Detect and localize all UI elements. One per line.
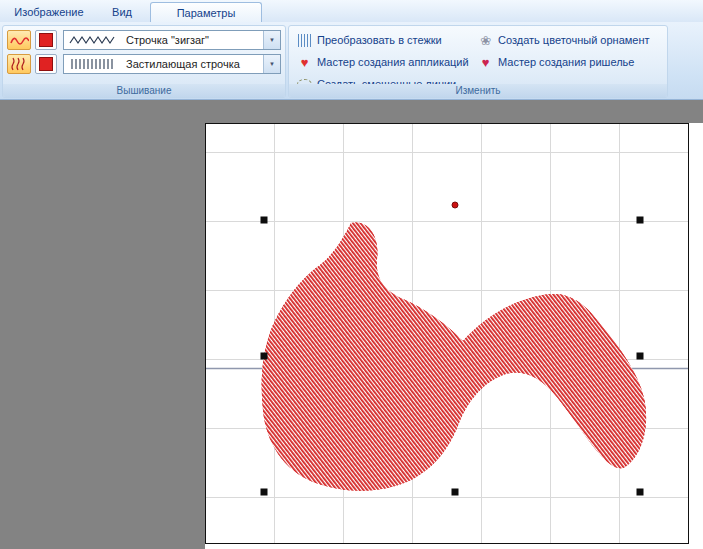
handle-mid-left[interactable] [261,353,268,360]
stitch-start-point[interactable] [452,202,458,208]
applique-wizard-button[interactable]: ♥ Мастер создания аппликаций [294,53,472,71]
handle-bottom-right[interactable] [637,489,644,496]
richelieu-heart-icon: ♥ [478,55,493,69]
chevron-down-icon[interactable]: ▼ [263,31,280,49]
fill-stitch-combobox[interactable]: Застилающая строчка ▼ [63,54,281,74]
fill-color-swatch-button[interactable] [35,54,57,74]
design-canvas[interactable] [205,123,703,549]
outline-color-swatch-button[interactable] [35,30,57,50]
zigzag-stitch-preview [69,35,117,45]
button-label: Мастер создания аппликаций [317,56,469,68]
zigzag-stitch-label: Строчка "зигзаг" [126,34,263,46]
tab-view[interactable]: Вид [98,2,146,22]
zigzag-wave-icon [9,33,29,47]
tab-image[interactable]: Изображение [4,2,94,22]
application-window: Изображение Вид Параметры Стро [0,0,703,549]
handle-top-left[interactable] [261,217,268,224]
applique-heart-icon: ♥ [297,55,312,69]
red-color-swatch [39,33,53,47]
ribbon: Строчка "зигзаг" ▼ Застилающая строчка [0,22,703,100]
fill-wave-icon [9,57,29,71]
button-label: Преобразовать в стежки [317,34,442,46]
richelieu-wizard-button[interactable]: ♥ Мастер создания ришелье [475,53,637,71]
chevron-down-icon[interactable]: ▼ [263,55,280,73]
button-label: Мастер создания ришелье [498,56,634,68]
zigzag-stitch-combobox[interactable]: Строчка "зигзаг" ▼ [63,30,281,50]
handle-mid-right[interactable] [637,353,644,360]
fill-stitch-label: Застилающая строчка [126,58,263,70]
satin-border-stitches [262,222,646,490]
group-caption-modify: Изменить [289,84,667,97]
handle-bottom-left[interactable] [261,489,268,496]
fill-stitch-preview [69,58,117,70]
workspace-margin-left [0,100,205,549]
create-floral-ornament-button[interactable]: ❀ Создать цветочный орнамент [475,31,653,49]
tab-parameters[interactable]: Параметры [150,2,262,23]
fill-mode-button[interactable] [7,54,31,74]
flower-ornament-icon: ❀ [478,33,493,47]
convert-to-stitches-button[interactable]: Преобразовать в стежки [294,31,445,49]
ribbon-tab-bar: Изображение Вид Параметры [0,0,703,22]
design-canvas-svg [205,123,703,549]
ribbon-group-embroidery: Строчка "зигзаг" ▼ Застилающая строчка [2,25,286,98]
button-label: Создать цветочный орнамент [498,34,650,46]
embroidery-object[interactable] [262,222,646,490]
handle-top-right[interactable] [637,217,644,224]
group-caption-embroidery: Вышивание [3,84,285,97]
red-color-swatch [39,57,53,71]
zigzag-mode-button[interactable] [7,30,31,50]
handle-bottom-center[interactable] [452,489,459,496]
stitch-lines-icon [297,33,312,47]
ribbon-group-modify: Преобразовать в стежки ❀ Создать цветочн… [288,25,668,98]
